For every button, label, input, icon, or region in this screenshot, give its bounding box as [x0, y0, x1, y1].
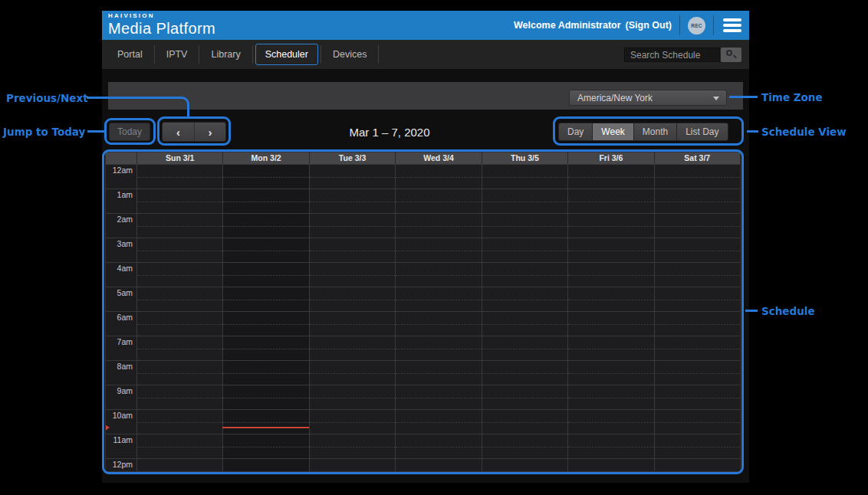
header-divider — [679, 15, 680, 35]
brand-media-platform: Media Platform — [108, 20, 215, 37]
annotation-connector — [87, 130, 105, 133]
annotation-jump-to-today: Jump to Today — [3, 126, 84, 138]
page: HAIVISION Media Platform Welcome Adminis… — [0, 0, 868, 495]
timezone-bar: America/New York — [108, 82, 743, 110]
search-icon — [726, 50, 732, 56]
brand-haivision: HAIVISION — [108, 13, 215, 19]
annotation-box-prev-next — [157, 116, 231, 146]
annotation-connector — [747, 130, 758, 133]
annotation-box-today — [104, 118, 156, 145]
annotation-schedule-view: Schedule View — [761, 126, 847, 138]
tab-separator — [252, 45, 253, 64]
annotation-connector — [745, 310, 758, 312]
welcome-text: Welcome Administrator(Sign Out) — [514, 20, 672, 31]
tab-separator — [199, 45, 199, 64]
tab-portal[interactable]: Portal — [108, 44, 152, 64]
annotation-time-zone: Time Zone — [761, 91, 823, 103]
date-range-title: Mar 1 – 7, 2020 — [349, 126, 429, 139]
search-input[interactable] — [624, 48, 720, 62]
hamburger-menu-icon[interactable] — [723, 18, 741, 32]
annotation-connector — [729, 96, 758, 98]
sign-out-link[interactable]: (Sign Out) — [626, 20, 672, 31]
rec-badge-icon[interactable]: REC — [688, 17, 705, 34]
tab-scheduler[interactable]: Scheduler — [255, 44, 318, 65]
tab-library[interactable]: Library — [202, 44, 249, 64]
timezone-value: America/New York — [577, 93, 653, 103]
app-header: HAIVISION Media Platform Welcome Adminis… — [102, 11, 749, 40]
annotation-connector — [87, 97, 189, 116]
annotation-schedule: Schedule — [761, 305, 815, 317]
timezone-dropdown[interactable]: America/New York — [569, 90, 727, 106]
header-divider — [713, 15, 714, 35]
annotation-previous-next: Previous/Next — [6, 92, 84, 104]
brand-logo: HAIVISION Media Platform — [108, 13, 215, 36]
search-button[interactable] — [721, 48, 741, 62]
main-nav: PortalIPTVLibrarySchedulerDevices — [102, 40, 749, 69]
tab-separator — [154, 45, 155, 64]
tab-devices[interactable]: Devices — [324, 44, 376, 64]
annotation-box-schedule-view — [553, 116, 744, 146]
dropdown-caret-icon — [713, 97, 719, 100]
tab-iptv[interactable]: IPTV — [157, 44, 197, 64]
annotation-box-schedule — [102, 149, 744, 474]
tab-separator — [378, 45, 379, 64]
tab-separator — [321, 45, 321, 64]
